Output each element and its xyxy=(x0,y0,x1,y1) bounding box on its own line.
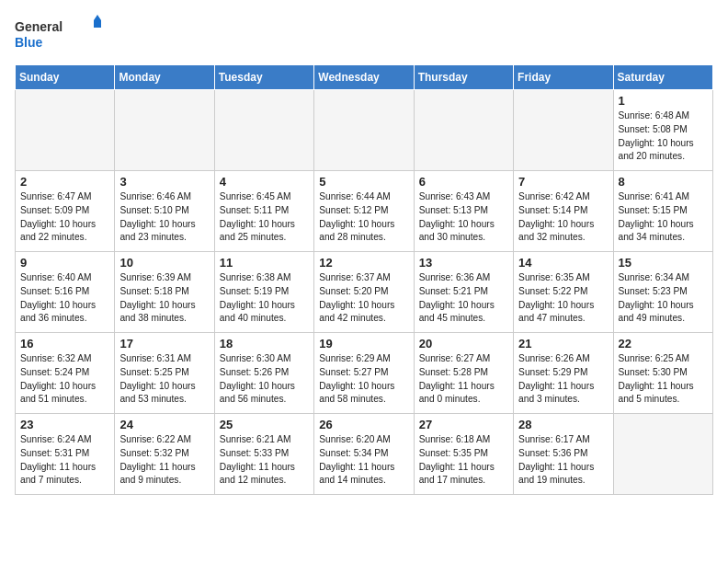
day-number: 28 xyxy=(518,418,608,431)
day-number: 27 xyxy=(419,418,508,431)
calendar-cell: 17Sunrise: 6:31 AM Sunset: 5:25 PM Dayli… xyxy=(115,333,214,414)
day-info: Sunrise: 6:30 AM Sunset: 5:26 PM Dayligh… xyxy=(220,352,309,407)
day-number: 23 xyxy=(20,418,109,431)
calendar-cell: 27Sunrise: 6:18 AM Sunset: 5:35 PM Dayli… xyxy=(414,414,513,495)
calendar-cell: 24Sunrise: 6:22 AM Sunset: 5:32 PM Dayli… xyxy=(115,414,214,495)
day-info: Sunrise: 6:22 AM Sunset: 5:32 PM Dayligh… xyxy=(119,433,209,488)
day-number: 17 xyxy=(119,337,209,350)
day-number: 1 xyxy=(619,94,708,108)
calendar-cell: 5Sunrise: 6:44 AM Sunset: 5:12 PM Daylig… xyxy=(314,171,414,252)
svg-marker-2 xyxy=(94,15,101,20)
svg-text:Blue: Blue xyxy=(15,35,43,50)
day-info: Sunrise: 6:21 AM Sunset: 5:33 PM Dayligh… xyxy=(220,433,309,488)
day-number: 20 xyxy=(419,337,508,350)
logo: General Blue xyxy=(15,15,107,53)
calendar-cell xyxy=(613,414,712,495)
day-number: 22 xyxy=(619,337,708,350)
calendar-cell: 26Sunrise: 6:20 AM Sunset: 5:34 PM Dayli… xyxy=(314,414,414,495)
day-header-sunday: Sunday xyxy=(16,65,115,90)
day-number: 24 xyxy=(119,418,209,431)
calendar-cell xyxy=(214,90,313,171)
day-number: 16 xyxy=(20,337,109,350)
day-info: Sunrise: 6:18 AM Sunset: 5:35 PM Dayligh… xyxy=(419,433,508,488)
calendar-cell: 22Sunrise: 6:25 AM Sunset: 5:30 PM Dayli… xyxy=(613,333,712,414)
day-number: 15 xyxy=(619,256,708,270)
day-number: 4 xyxy=(220,175,309,189)
day-info: Sunrise: 6:34 AM Sunset: 5:23 PM Dayligh… xyxy=(619,271,708,326)
day-number: 19 xyxy=(319,337,408,350)
calendar-cell: 15Sunrise: 6:34 AM Sunset: 5:23 PM Dayli… xyxy=(613,252,712,333)
day-number: 11 xyxy=(220,256,309,270)
calendar-cell: 9Sunrise: 6:40 AM Sunset: 5:16 PM Daylig… xyxy=(16,252,115,333)
day-number: 6 xyxy=(419,175,508,189)
day-header-thursday: Thursday xyxy=(414,65,513,90)
day-number: 7 xyxy=(518,175,608,189)
day-header-wednesday: Wednesday xyxy=(314,65,414,90)
day-header-friday: Friday xyxy=(514,65,613,90)
calendar-cell: 25Sunrise: 6:21 AM Sunset: 5:33 PM Dayli… xyxy=(214,414,313,495)
day-info: Sunrise: 6:17 AM Sunset: 5:36 PM Dayligh… xyxy=(518,433,608,488)
calendar-cell: 1Sunrise: 6:48 AM Sunset: 5:08 PM Daylig… xyxy=(613,90,712,171)
calendar-table: SundayMondayTuesdayWednesdayThursdayFrid… xyxy=(15,64,713,495)
day-header-saturday: Saturday xyxy=(613,65,712,90)
day-number: 12 xyxy=(319,256,408,270)
day-number: 2 xyxy=(20,175,109,189)
day-number: 25 xyxy=(220,418,309,431)
calendar-cell: 10Sunrise: 6:39 AM Sunset: 5:18 PM Dayli… xyxy=(115,252,214,333)
day-info: Sunrise: 6:39 AM Sunset: 5:18 PM Dayligh… xyxy=(119,271,209,326)
day-info: Sunrise: 6:24 AM Sunset: 5:31 PM Dayligh… xyxy=(20,433,109,488)
day-info: Sunrise: 6:29 AM Sunset: 5:27 PM Dayligh… xyxy=(319,352,408,407)
day-number: 5 xyxy=(319,175,408,189)
day-number: 21 xyxy=(518,337,608,350)
day-info: Sunrise: 6:43 AM Sunset: 5:13 PM Dayligh… xyxy=(419,190,508,245)
calendar-cell: 3Sunrise: 6:46 AM Sunset: 5:10 PM Daylig… xyxy=(115,171,214,252)
svg-text:General: General xyxy=(15,19,63,34)
day-info: Sunrise: 6:38 AM Sunset: 5:19 PM Dayligh… xyxy=(220,271,309,326)
calendar-cell: 19Sunrise: 6:29 AM Sunset: 5:27 PM Dayli… xyxy=(314,333,414,414)
day-number: 26 xyxy=(319,418,408,431)
day-number: 9 xyxy=(20,256,109,270)
calendar-cell: 16Sunrise: 6:32 AM Sunset: 5:24 PM Dayli… xyxy=(16,333,115,414)
calendar-cell: 12Sunrise: 6:37 AM Sunset: 5:20 PM Dayli… xyxy=(314,252,414,333)
day-info: Sunrise: 6:36 AM Sunset: 5:21 PM Dayligh… xyxy=(419,271,508,326)
calendar-cell: 21Sunrise: 6:26 AM Sunset: 5:29 PM Dayli… xyxy=(514,333,613,414)
calendar-cell xyxy=(514,90,613,171)
svg-rect-3 xyxy=(94,20,101,28)
calendar-cell: 28Sunrise: 6:17 AM Sunset: 5:36 PM Dayli… xyxy=(514,414,613,495)
day-info: Sunrise: 6:25 AM Sunset: 5:30 PM Dayligh… xyxy=(619,352,708,407)
calendar-cell: 20Sunrise: 6:27 AM Sunset: 5:28 PM Dayli… xyxy=(414,333,513,414)
day-info: Sunrise: 6:32 AM Sunset: 5:24 PM Dayligh… xyxy=(20,352,109,407)
day-number: 18 xyxy=(220,337,309,350)
calendar-cell xyxy=(314,90,414,171)
calendar-cell: 2Sunrise: 6:47 AM Sunset: 5:09 PM Daylig… xyxy=(16,171,115,252)
day-info: Sunrise: 6:42 AM Sunset: 5:14 PM Dayligh… xyxy=(518,190,608,245)
day-info: Sunrise: 6:46 AM Sunset: 5:10 PM Dayligh… xyxy=(119,190,209,245)
day-info: Sunrise: 6:26 AM Sunset: 5:29 PM Dayligh… xyxy=(518,352,608,407)
calendar-cell: 18Sunrise: 6:30 AM Sunset: 5:26 PM Dayli… xyxy=(214,333,313,414)
day-header-monday: Monday xyxy=(115,65,214,90)
day-number: 8 xyxy=(619,175,708,189)
day-info: Sunrise: 6:44 AM Sunset: 5:12 PM Dayligh… xyxy=(319,190,408,245)
day-number: 3 xyxy=(119,175,209,189)
day-info: Sunrise: 6:35 AM Sunset: 5:22 PM Dayligh… xyxy=(518,271,608,326)
calendar-cell: 14Sunrise: 6:35 AM Sunset: 5:22 PM Dayli… xyxy=(514,252,613,333)
calendar-cell xyxy=(115,90,214,171)
logo-svg: General Blue xyxy=(15,15,107,53)
day-number: 14 xyxy=(518,256,608,270)
day-info: Sunrise: 6:47 AM Sunset: 5:09 PM Dayligh… xyxy=(20,190,109,245)
day-info: Sunrise: 6:41 AM Sunset: 5:15 PM Dayligh… xyxy=(619,190,708,245)
day-info: Sunrise: 6:40 AM Sunset: 5:16 PM Dayligh… xyxy=(20,271,109,326)
header: General Blue xyxy=(15,15,713,53)
calendar-cell: 7Sunrise: 6:42 AM Sunset: 5:14 PM Daylig… xyxy=(514,171,613,252)
calendar-cell: 4Sunrise: 6:45 AM Sunset: 5:11 PM Daylig… xyxy=(214,171,313,252)
calendar-cell: 23Sunrise: 6:24 AM Sunset: 5:31 PM Dayli… xyxy=(16,414,115,495)
day-info: Sunrise: 6:48 AM Sunset: 5:08 PM Dayligh… xyxy=(619,109,708,164)
calendar-cell: 11Sunrise: 6:38 AM Sunset: 5:19 PM Dayli… xyxy=(214,252,313,333)
calendar-cell: 13Sunrise: 6:36 AM Sunset: 5:21 PM Dayli… xyxy=(414,252,513,333)
day-info: Sunrise: 6:31 AM Sunset: 5:25 PM Dayligh… xyxy=(119,352,209,407)
day-info: Sunrise: 6:37 AM Sunset: 5:20 PM Dayligh… xyxy=(319,271,408,326)
day-info: Sunrise: 6:27 AM Sunset: 5:28 PM Dayligh… xyxy=(419,352,508,407)
calendar-cell: 6Sunrise: 6:43 AM Sunset: 5:13 PM Daylig… xyxy=(414,171,513,252)
day-info: Sunrise: 6:45 AM Sunset: 5:11 PM Dayligh… xyxy=(220,190,309,245)
day-number: 10 xyxy=(119,256,209,270)
